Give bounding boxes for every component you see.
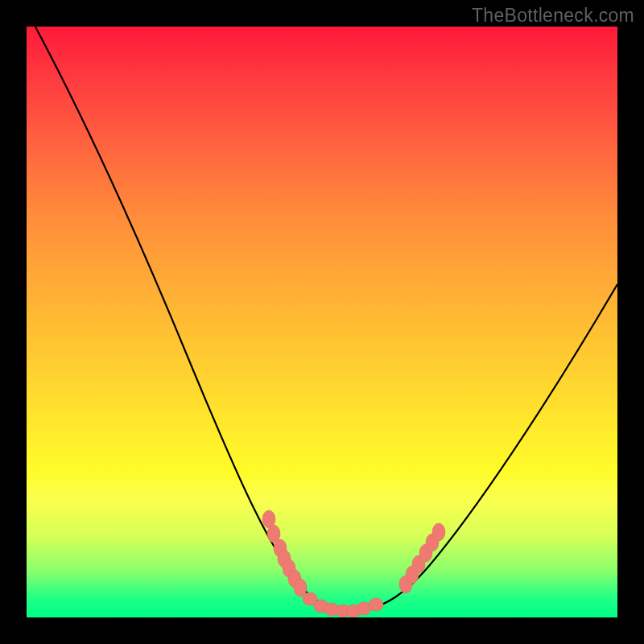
- marker-dot: [432, 523, 445, 541]
- curve-layer: [27, 27, 617, 617]
- chart-frame: TheBottleneck.com: [0, 0, 644, 644]
- marker-dot: [369, 598, 383, 611]
- watermark-text: TheBottleneck.com: [472, 5, 634, 27]
- marker-dot: [294, 579, 307, 597]
- bottleneck-curve-line: [27, 27, 617, 612]
- scatter-markers: [262, 510, 445, 617]
- plot-area: [27, 27, 617, 617]
